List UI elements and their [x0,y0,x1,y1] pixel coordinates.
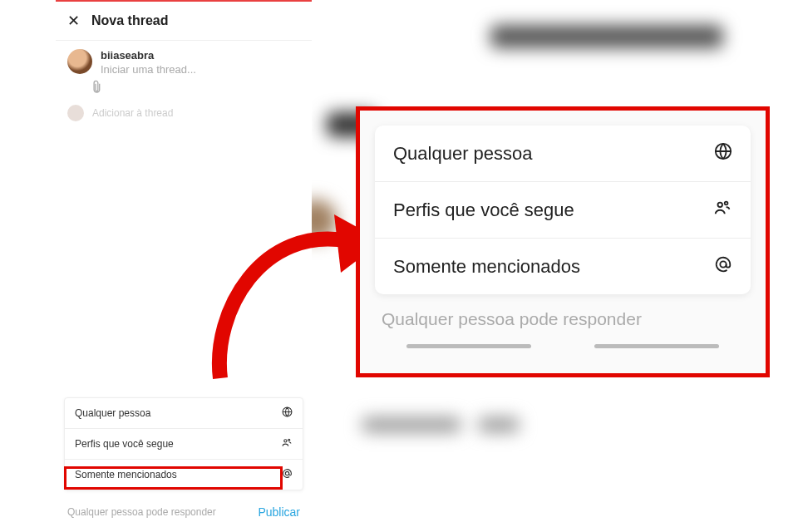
menu-item-following[interactable]: Perfis que você segue [65,429,303,460]
reply-audience-menu-large: Qualquer pessoa Perfis que você segue So… [375,126,751,294]
avatar-small [67,105,84,121]
menu-item-following[interactable]: Perfis que você segue [375,182,751,239]
people-icon [712,199,732,221]
svg-point-1 [284,440,287,442]
reply-hint-large: Qualquer pessoa pode responder [382,309,751,329]
svg-point-3 [285,471,288,475]
globe-icon [714,142,732,165]
menu-item-anyone[interactable]: Qualquer pessoa [375,126,751,182]
menu-item-label: Qualquer pessoa [75,407,150,419]
svg-point-2 [288,439,290,441]
globe-icon [282,406,293,420]
compose-header: ✕ Nova thread [56,2,312,41]
svg-point-8 [720,261,726,267]
compose-input[interactable]: Iniciar uma thread... [101,63,196,76]
menu-item-anyone[interactable]: Qualquer pessoa [65,398,303,429]
close-icon[interactable]: ✕ [67,12,80,30]
menu-item-label: Qualquer pessoa [393,143,533,165]
avatar [67,49,92,74]
menu-item-label: Perfis que você segue [393,200,574,221]
at-icon [714,255,732,278]
compose-screen: ✕ Nova thread biiaseabra Iniciar uma thr… [56,0,312,532]
svg-point-6 [718,203,723,208]
menu-item-mentioned[interactable]: Somente mencionados [375,239,751,294]
people-icon [281,437,293,451]
publish-button[interactable]: Publicar [258,505,300,519]
nav-handles [375,344,751,348]
add-thread-label: Adicionar à thread [92,107,173,119]
reply-hint[interactable]: Qualquer pessoa pode responder [67,506,216,518]
username-label: biiaseabra [101,49,196,62]
compose-title: Nova thread [91,13,168,28]
compose-body: biiaseabra Iniciar uma thread... [56,41,312,76]
compose-footer: Qualquer pessoa pode responder Publicar [56,494,312,532]
attach-row [56,81,312,96]
add-thread-row[interactable]: Adicionar à thread [56,96,312,130]
highlight-box-small [64,466,283,490]
at-icon [282,468,293,481]
svg-point-7 [725,202,728,205]
nav-handle [406,344,531,348]
callout-panel: Qualquer pessoa Perfis que você segue So… [356,106,770,377]
menu-item-label: Somente mencionados [393,256,580,278]
menu-item-label: Perfis que você segue [75,438,174,450]
nav-handle [594,344,719,348]
